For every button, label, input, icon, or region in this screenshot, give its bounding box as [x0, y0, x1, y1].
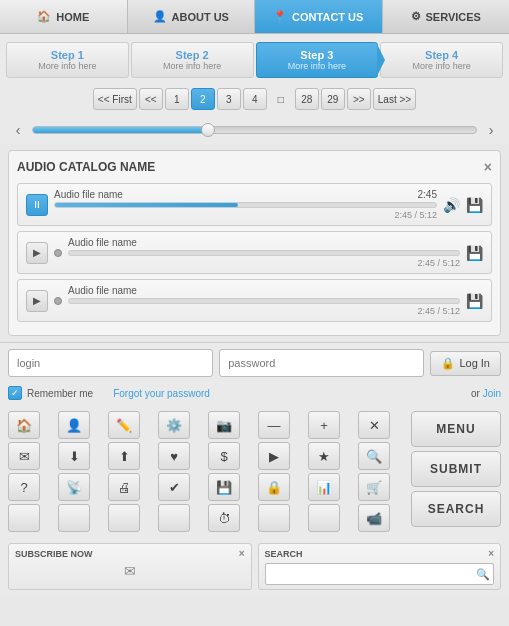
step-1-title: Step 1	[51, 49, 84, 61]
slider-track[interactable]	[32, 126, 477, 134]
right-buttons: MENU SUBMIT SEARCH	[411, 411, 501, 532]
icon-play[interactable]: ▶	[258, 442, 290, 470]
icon-print[interactable]: 🖨	[108, 473, 140, 501]
icon-cart[interactable]: 🛒	[358, 473, 390, 501]
play-button-2[interactable]: ▶	[26, 242, 48, 264]
icon-dollar[interactable]: $	[208, 442, 240, 470]
icon-star[interactable]: ★	[308, 442, 340, 470]
slider-right-arrow[interactable]: ›	[483, 122, 499, 138]
track-name-row-1: Audio file name 2:45	[54, 189, 437, 200]
home-icon: 🏠	[37, 10, 51, 23]
icon-hourglass[interactable]: ⏱	[208, 504, 240, 532]
icon-home[interactable]: 🏠	[8, 411, 40, 439]
icon-empty2	[58, 504, 90, 532]
audio-track-3: ▶ Audio file name 2:45 / 5:12 💾	[17, 279, 492, 322]
icon-lock[interactable]: 🔒	[258, 473, 290, 501]
step-2[interactable]: Step 2 More info here	[131, 42, 254, 78]
search-label: SEARCH	[265, 549, 303, 559]
envelope-icon: ✉	[15, 563, 245, 579]
join-link[interactable]: Join	[483, 388, 501, 399]
icon-search[interactable]: 🔍	[358, 442, 390, 470]
login-btn-label: Log In	[459, 357, 490, 369]
page-ellipsis: □	[269, 88, 293, 110]
icon-camera[interactable]: 📷	[208, 411, 240, 439]
icon-gear[interactable]: ⚙️	[158, 411, 190, 439]
save-icon-2[interactable]: 💾	[466, 245, 483, 261]
step-4[interactable]: Step 4 More info here	[380, 42, 503, 78]
step-4-sub: More info here	[413, 61, 471, 71]
subscribe-box: SUBSCRIBE NOW × ✉	[8, 543, 252, 590]
page-28[interactable]: 28	[295, 88, 319, 110]
track-duration-1: 2:45 / 5:12	[54, 210, 437, 220]
icon-down[interactable]: ⬇	[58, 442, 90, 470]
catalog-close-button[interactable]: ×	[484, 159, 492, 175]
play-button-3[interactable]: ▶	[26, 290, 48, 312]
track-name-3: Audio file name	[68, 285, 137, 296]
volume-icon-1[interactable]: 🔊	[443, 197, 460, 213]
page-first[interactable]: << First	[93, 88, 137, 110]
nav-about-label: ABOUT US	[172, 11, 229, 23]
step-3[interactable]: Step 3 More info here	[256, 42, 379, 78]
page-next[interactable]: >>	[347, 88, 371, 110]
submit-button[interactable]: SUBMIT	[411, 451, 501, 487]
slider-thumb[interactable]	[201, 123, 215, 137]
page-last[interactable]: Last >>	[373, 88, 416, 110]
icon-empty4	[158, 504, 190, 532]
icon-chart[interactable]: 📊	[308, 473, 340, 501]
page-3[interactable]: 3	[217, 88, 241, 110]
icon-minus[interactable]: —	[258, 411, 290, 439]
login-input[interactable]	[8, 349, 213, 377]
icon-envelope[interactable]: ✉	[8, 442, 40, 470]
icon-empty6	[308, 504, 340, 532]
save-icon-1[interactable]: 💾	[466, 197, 483, 213]
icon-question[interactable]: ?	[8, 473, 40, 501]
track-progress-1[interactable]	[54, 202, 437, 208]
location-icon: 📍	[273, 10, 287, 23]
track-progress-3[interactable]	[68, 298, 460, 304]
nav-item-services[interactable]: ⚙ SERVICES	[383, 0, 510, 33]
track-progress-2[interactable]	[68, 250, 460, 256]
track-dot-2	[54, 249, 62, 257]
search-text-input[interactable]	[265, 563, 495, 585]
icon-grid-container: 🏠 👤 ✏️ ⚙️ 📷 — + ✕ ✉ ⬇ ⬆ ♥ $ ▶ ★ 🔍 ? 📡 🖨 …	[0, 405, 509, 538]
remember-checkbox[interactable]: ✓	[8, 386, 22, 400]
subscribe-close-button[interactable]: ×	[239, 548, 245, 559]
slider-left-arrow[interactable]: ‹	[10, 122, 26, 138]
nav-item-home[interactable]: 🏠 HOME	[0, 0, 128, 33]
icon-empty3	[108, 504, 140, 532]
pause-button-1[interactable]: ⏸	[26, 194, 48, 216]
nav-item-about[interactable]: 👤 ABOUT US	[128, 0, 256, 33]
menu-button[interactable]: MENU	[411, 411, 501, 447]
password-input[interactable]	[219, 349, 424, 377]
icon-save[interactable]: 💾	[208, 473, 240, 501]
icon-check[interactable]: ✔	[158, 473, 190, 501]
icon-up[interactable]: ⬆	[108, 442, 140, 470]
icon-user[interactable]: 👤	[58, 411, 90, 439]
or-label: or	[471, 388, 480, 399]
page-prev[interactable]: <<	[139, 88, 163, 110]
step-1[interactable]: Step 1 More info here	[6, 42, 129, 78]
icon-rss[interactable]: 📡	[58, 473, 90, 501]
icon-heart[interactable]: ♥	[158, 442, 190, 470]
icon-video[interactable]: 📹	[358, 504, 390, 532]
step-4-title: Step 4	[425, 49, 458, 61]
save-icon-3[interactable]: 💾	[466, 293, 483, 309]
search-close-button[interactable]: ×	[488, 548, 494, 559]
page-29[interactable]: 29	[321, 88, 345, 110]
login-button[interactable]: 🔒 Log In	[430, 351, 501, 376]
icon-pencil[interactable]: ✏️	[108, 411, 140, 439]
remember-row: ✓ Remember me Forgot your password or Jo…	[0, 383, 509, 405]
remember-me-container: ✓ Remember me	[8, 386, 93, 400]
nav-item-contact[interactable]: 📍 CONTACT US	[255, 0, 383, 33]
step-3-title: Step 3	[300, 49, 333, 61]
icon-close[interactable]: ✕	[358, 411, 390, 439]
audio-catalog: AUDIO CATALOG NAME × ⏸ Audio file name 2…	[8, 150, 501, 336]
page-2[interactable]: 2	[191, 88, 215, 110]
step-3-sub: More info here	[288, 61, 346, 71]
search-button[interactable]: SEARCH	[411, 491, 501, 527]
page-4[interactable]: 4	[243, 88, 267, 110]
icon-plus[interactable]: +	[308, 411, 340, 439]
forgot-password-link[interactable]: Forgot your password	[113, 388, 210, 399]
page-1[interactable]: 1	[165, 88, 189, 110]
login-bar: 🔒 Log In	[0, 342, 509, 383]
